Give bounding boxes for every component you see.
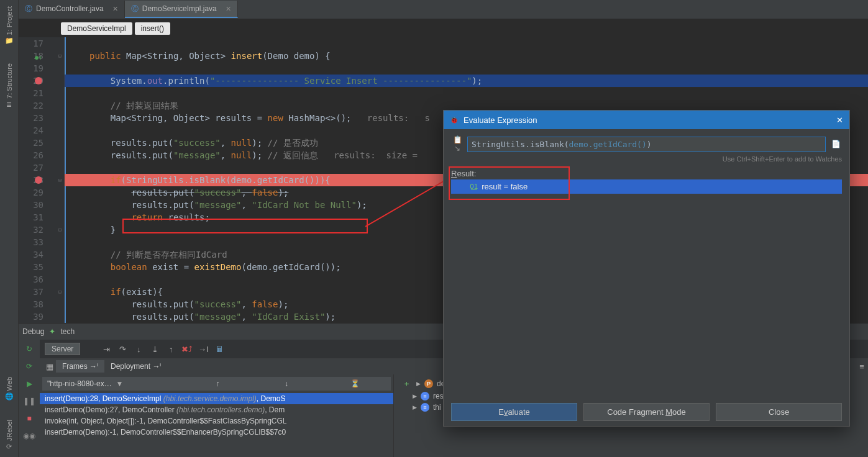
class-icon: Ⓒ xyxy=(25,4,32,14)
frames-tab[interactable]: Frames →ᴵ xyxy=(56,360,104,373)
class-icon: Ⓒ xyxy=(131,4,139,14)
step-into-icon[interactable]: ↓ xyxy=(132,345,145,354)
breakpoint-icon[interactable] xyxy=(35,176,42,184)
pause-icon[interactable]: ❚❚ xyxy=(22,394,36,408)
expression-input[interactable]: StringUtils.isBlank(demo.getIdCard()) xyxy=(467,137,826,152)
gutter: 17 18●↑ 19 20 21 22 23 24 25 26 27 28 29… xyxy=(19,37,56,323)
frames-pane: ⬤ "http-nio-8080-exec-40"@19,664 in grou… xyxy=(40,374,394,457)
stack-frame[interactable]: invoke(int, Object, Object[]):-1, DemoCo… xyxy=(40,415,393,427)
tab-label: DemoController.java xyxy=(36,4,104,13)
add-watch-icon[interactable]: ＋ xyxy=(400,378,413,389)
evaluate-expression-dialog: 🐞Evaluate Expression ✕ 📋↘ StringUtils.is… xyxy=(443,110,850,427)
annotation-box xyxy=(449,166,570,200)
close-icon[interactable]: ✕ xyxy=(112,5,118,13)
server-tab[interactable]: Server xyxy=(45,343,80,355)
evaluate-icon[interactable]: 🖩 xyxy=(213,345,226,354)
breadcrumb-class[interactable]: DemoServiceImpl xyxy=(61,22,132,35)
threads-icon[interactable]: ≡ xyxy=(856,362,868,371)
tool-structure[interactable]: ≣7: Structure xyxy=(6,63,13,109)
hint-text: Use Ctrl+Shift+Enter to add to Watches xyxy=(451,155,842,163)
deployment-tab[interactable]: Deployment →ᴵ xyxy=(104,360,167,373)
show-execution-icon[interactable]: ⇥ xyxy=(100,345,112,354)
update-icon[interactable]: ⟳ xyxy=(22,360,36,373)
step-over-icon[interactable]: ↷ xyxy=(116,345,129,354)
run-to-cursor-icon[interactable]: →I xyxy=(197,345,209,354)
tab-label: DemoServiceImpl.java xyxy=(142,4,217,13)
force-step-into-icon[interactable]: ⤓ xyxy=(148,345,161,354)
tool-project[interactable]: 📁1: Project xyxy=(5,6,14,45)
close-icon[interactable]: ✕ xyxy=(226,5,231,13)
drop-frame-icon[interactable]: ✖⤴ xyxy=(181,345,193,354)
tab-demo-service-impl[interactable]: Ⓒ DemoServiceImpl.java ✕ xyxy=(125,1,238,18)
history-icon[interactable]: 📋↘ xyxy=(451,135,464,153)
dialog-title-text: Evaluate Expression xyxy=(464,115,537,125)
close-icon[interactable]: ✕ xyxy=(836,115,843,125)
step-out-icon[interactable]: ↑ xyxy=(165,345,177,354)
breadcrumb: DemoServiceImpl insert() xyxy=(61,22,170,35)
stack-frame[interactable]: insert(Demo):28, DemoServiceImpl (hbi.te… xyxy=(40,393,393,404)
debug-title: Debug xyxy=(22,327,44,336)
tab-demo-controller[interactable]: Ⓒ DemoController.java ✕ xyxy=(19,1,125,18)
evaluate-button[interactable]: Evaluate xyxy=(451,403,577,421)
tool-web[interactable]: 🌐Web xyxy=(5,377,14,400)
thread-selector[interactable]: ⬤ "http-nio-8080-exec-40"@19,664 in grou… xyxy=(42,377,391,391)
run-config-icon: ✦ xyxy=(49,327,55,336)
fold-bar: ⊟ ⊟ ⊟ ⊟ xyxy=(56,37,65,323)
editor-tabs: Ⓒ DemoController.java ✕ Ⓒ DemoServiceImp… xyxy=(19,0,868,19)
code-fragment-mode-button[interactable]: Code Fragment Mode xyxy=(583,403,710,421)
rerun-icon[interactable]: ↻ xyxy=(22,342,36,356)
run-config-name: tech xyxy=(60,327,75,336)
stack-frame[interactable]: insertDemo(Demo):27, DemoController (hbi… xyxy=(40,404,393,415)
left-tool-strip: 📁1: Project ≣7: Structure 🌐Web ⟳JRebel xyxy=(0,0,19,457)
dialog-icon: 🐞 xyxy=(450,116,459,124)
breadcrumb-method[interactable]: insert() xyxy=(135,22,170,35)
tool-jrebel[interactable]: ⟳JRebel xyxy=(6,420,13,451)
restore-layout-icon[interactable]: ▦ xyxy=(43,362,56,371)
expand-icon[interactable]: 📄 xyxy=(829,140,842,148)
breakpoint-icon[interactable] xyxy=(35,77,42,84)
stop-icon[interactable]: ■ xyxy=(22,412,36,425)
prev-frame-icon[interactable]: ↑ xyxy=(185,379,251,388)
close-button[interactable]: Close xyxy=(716,403,842,421)
view-breakpoints-icon[interactable]: ◉◉ xyxy=(22,429,36,443)
stack-frame[interactable]: insertDemo(Demo):-1, DemoController$$Enh… xyxy=(40,427,393,438)
next-frame-icon[interactable]: ↓ xyxy=(254,379,320,388)
filter-icon[interactable]: ⏳ xyxy=(322,379,388,388)
debug-controls: ↻ ⟳ ▶ ❚❚ ■ ◉◉ xyxy=(19,340,40,457)
resume-icon[interactable]: ▶ xyxy=(22,377,36,391)
dialog-titlebar[interactable]: 🐞Evaluate Expression ✕ xyxy=(444,111,849,129)
